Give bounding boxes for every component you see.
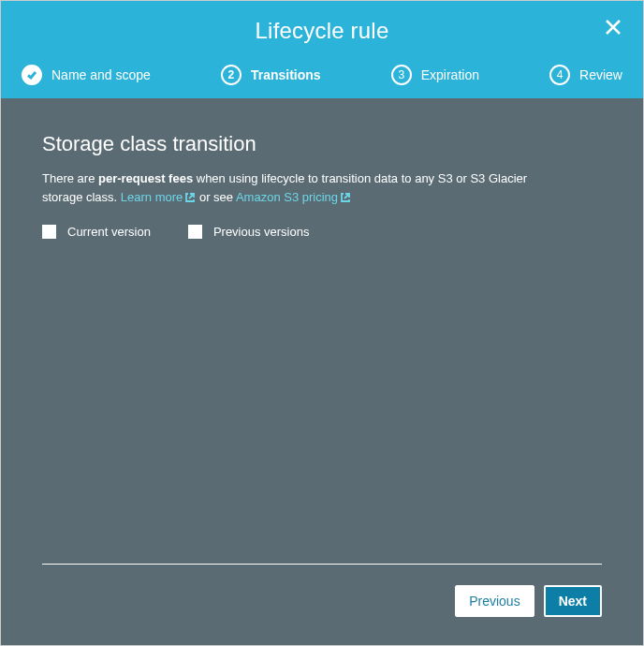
pricing-link[interactable]: Amazon S3 pricing (236, 190, 351, 204)
modal-footer: Previous Next (42, 585, 602, 626)
step-label: Review (579, 67, 622, 82)
checkbox-label: Previous versions (213, 225, 310, 239)
lifecycle-rule-modal: Lifecycle rule Name and scope 2 Transiti… (0, 0, 644, 646)
step-expiration[interactable]: 3 Expiration (391, 65, 479, 85)
close-icon (604, 18, 622, 37)
current-version-checkbox[interactable]: Current version (42, 225, 151, 239)
step-number-icon: 4 (549, 65, 570, 85)
step-number-icon: 3 (391, 65, 412, 85)
desc-text-or: or see (196, 190, 236, 204)
step-name-and-scope[interactable]: Name and scope (22, 65, 151, 85)
step-number-icon: 2 (221, 65, 242, 85)
step-check-icon (22, 65, 42, 85)
close-button[interactable] (600, 14, 626, 40)
learn-more-link[interactable]: Learn more (121, 190, 196, 204)
wizard-steps: Name and scope 2 Transitions 3 Expiratio… (20, 65, 624, 98)
desc-text-bold: per-request fees (98, 171, 193, 185)
modal-title: Lifecycle rule (20, 18, 624, 44)
step-label: Expiration (421, 67, 479, 82)
previous-versions-checkbox[interactable]: Previous versions (188, 225, 310, 239)
previous-button[interactable]: Previous (455, 585, 534, 617)
checkbox-label: Current version (67, 225, 151, 239)
checkbox-icon (42, 225, 56, 239)
step-label: Transitions (251, 67, 321, 82)
learn-more-label: Learn more (121, 190, 183, 204)
desc-text-pre: There are (42, 171, 98, 185)
modal-body: Storage class transition There are per-r… (1, 98, 643, 645)
next-button[interactable]: Next (544, 585, 602, 617)
pricing-label: Amazon S3 pricing (236, 190, 338, 204)
step-transitions[interactable]: 2 Transitions (221, 65, 321, 85)
external-link-icon (340, 190, 351, 209)
divider (42, 564, 602, 565)
step-label: Name and scope (51, 67, 151, 82)
section-title: Storage class transition (42, 132, 602, 156)
checkbox-icon (188, 225, 202, 239)
section-description: There are per-request fees when using li… (42, 169, 566, 208)
step-review[interactable]: 4 Review (549, 65, 622, 85)
checkbox-row: Current version Previous versions (42, 225, 602, 239)
external-link-icon (184, 190, 196, 209)
modal-header: Lifecycle rule Name and scope 2 Transiti… (1, 1, 643, 98)
